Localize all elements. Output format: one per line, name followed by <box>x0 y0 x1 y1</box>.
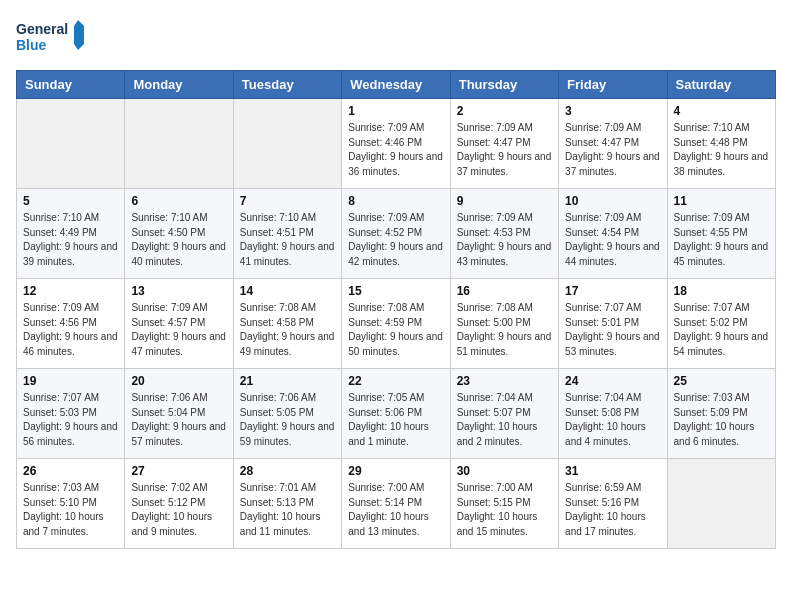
day-info: Sunrise: 7:08 AM Sunset: 4:58 PM Dayligh… <box>240 301 335 359</box>
day-number: 2 <box>457 104 552 118</box>
calendar-cell: 17Sunrise: 7:07 AM Sunset: 5:01 PM Dayli… <box>559 279 667 369</box>
day-info: Sunrise: 7:10 AM Sunset: 4:50 PM Dayligh… <box>131 211 226 269</box>
day-number: 26 <box>23 464 118 478</box>
calendar-cell: 18Sunrise: 7:07 AM Sunset: 5:02 PM Dayli… <box>667 279 775 369</box>
day-info: Sunrise: 7:06 AM Sunset: 5:04 PM Dayligh… <box>131 391 226 449</box>
day-number: 18 <box>674 284 769 298</box>
calendar-cell: 19Sunrise: 7:07 AM Sunset: 5:03 PM Dayli… <box>17 369 125 459</box>
calendar-cell: 5Sunrise: 7:10 AM Sunset: 4:49 PM Daylig… <box>17 189 125 279</box>
logo-svg: General Blue <box>16 16 86 58</box>
day-number: 11 <box>674 194 769 208</box>
day-info: Sunrise: 7:05 AM Sunset: 5:06 PM Dayligh… <box>348 391 443 449</box>
calendar-cell: 7Sunrise: 7:10 AM Sunset: 4:51 PM Daylig… <box>233 189 341 279</box>
day-number: 7 <box>240 194 335 208</box>
day-number: 4 <box>674 104 769 118</box>
day-number: 19 <box>23 374 118 388</box>
day-number: 12 <box>23 284 118 298</box>
weekday-header-monday: Monday <box>125 71 233 99</box>
calendar-cell: 28Sunrise: 7:01 AM Sunset: 5:13 PM Dayli… <box>233 459 341 549</box>
day-info: Sunrise: 7:02 AM Sunset: 5:12 PM Dayligh… <box>131 481 226 539</box>
day-info: Sunrise: 7:04 AM Sunset: 5:08 PM Dayligh… <box>565 391 660 449</box>
week-row-3: 12Sunrise: 7:09 AM Sunset: 4:56 PM Dayli… <box>17 279 776 369</box>
day-number: 9 <box>457 194 552 208</box>
day-number: 15 <box>348 284 443 298</box>
day-number: 13 <box>131 284 226 298</box>
calendar-cell: 12Sunrise: 7:09 AM Sunset: 4:56 PM Dayli… <box>17 279 125 369</box>
week-row-4: 19Sunrise: 7:07 AM Sunset: 5:03 PM Dayli… <box>17 369 776 459</box>
calendar-cell: 16Sunrise: 7:08 AM Sunset: 5:00 PM Dayli… <box>450 279 558 369</box>
day-number: 30 <box>457 464 552 478</box>
calendar-cell: 14Sunrise: 7:08 AM Sunset: 4:58 PM Dayli… <box>233 279 341 369</box>
weekday-header-saturday: Saturday <box>667 71 775 99</box>
weekday-header-friday: Friday <box>559 71 667 99</box>
calendar-cell: 29Sunrise: 7:00 AM Sunset: 5:14 PM Dayli… <box>342 459 450 549</box>
day-info: Sunrise: 7:09 AM Sunset: 4:54 PM Dayligh… <box>565 211 660 269</box>
calendar-cell: 25Sunrise: 7:03 AM Sunset: 5:09 PM Dayli… <box>667 369 775 459</box>
day-number: 31 <box>565 464 660 478</box>
calendar-cell <box>667 459 775 549</box>
day-info: Sunrise: 7:10 AM Sunset: 4:48 PM Dayligh… <box>674 121 769 179</box>
day-info: Sunrise: 7:07 AM Sunset: 5:01 PM Dayligh… <box>565 301 660 359</box>
day-info: Sunrise: 7:09 AM Sunset: 4:56 PM Dayligh… <box>23 301 118 359</box>
day-info: Sunrise: 7:07 AM Sunset: 5:02 PM Dayligh… <box>674 301 769 359</box>
week-row-2: 5Sunrise: 7:10 AM Sunset: 4:49 PM Daylig… <box>17 189 776 279</box>
day-info: Sunrise: 7:09 AM Sunset: 4:47 PM Dayligh… <box>457 121 552 179</box>
calendar-cell: 21Sunrise: 7:06 AM Sunset: 5:05 PM Dayli… <box>233 369 341 459</box>
day-number: 29 <box>348 464 443 478</box>
day-info: Sunrise: 7:04 AM Sunset: 5:07 PM Dayligh… <box>457 391 552 449</box>
weekday-header-tuesday: Tuesday <box>233 71 341 99</box>
day-number: 3 <box>565 104 660 118</box>
calendar-cell <box>233 99 341 189</box>
day-info: Sunrise: 7:00 AM Sunset: 5:15 PM Dayligh… <box>457 481 552 539</box>
calendar-cell: 4Sunrise: 7:10 AM Sunset: 4:48 PM Daylig… <box>667 99 775 189</box>
week-row-1: 1Sunrise: 7:09 AM Sunset: 4:46 PM Daylig… <box>17 99 776 189</box>
week-row-5: 26Sunrise: 7:03 AM Sunset: 5:10 PM Dayli… <box>17 459 776 549</box>
calendar-cell: 15Sunrise: 7:08 AM Sunset: 4:59 PM Dayli… <box>342 279 450 369</box>
day-info: Sunrise: 7:09 AM Sunset: 4:52 PM Dayligh… <box>348 211 443 269</box>
day-info: Sunrise: 7:01 AM Sunset: 5:13 PM Dayligh… <box>240 481 335 539</box>
day-number: 17 <box>565 284 660 298</box>
day-number: 22 <box>348 374 443 388</box>
page-header: General Blue <box>16 16 776 58</box>
day-number: 24 <box>565 374 660 388</box>
day-number: 1 <box>348 104 443 118</box>
calendar-cell: 10Sunrise: 7:09 AM Sunset: 4:54 PM Dayli… <box>559 189 667 279</box>
calendar-cell: 3Sunrise: 7:09 AM Sunset: 4:47 PM Daylig… <box>559 99 667 189</box>
day-info: Sunrise: 7:08 AM Sunset: 4:59 PM Dayligh… <box>348 301 443 359</box>
day-info: Sunrise: 7:09 AM Sunset: 4:53 PM Dayligh… <box>457 211 552 269</box>
day-info: Sunrise: 7:09 AM Sunset: 4:55 PM Dayligh… <box>674 211 769 269</box>
day-info: Sunrise: 7:09 AM Sunset: 4:46 PM Dayligh… <box>348 121 443 179</box>
day-number: 14 <box>240 284 335 298</box>
calendar-cell: 13Sunrise: 7:09 AM Sunset: 4:57 PM Dayli… <box>125 279 233 369</box>
calendar-cell: 26Sunrise: 7:03 AM Sunset: 5:10 PM Dayli… <box>17 459 125 549</box>
svg-text:Blue: Blue <box>16 37 47 53</box>
calendar-cell: 24Sunrise: 7:04 AM Sunset: 5:08 PM Dayli… <box>559 369 667 459</box>
day-info: Sunrise: 6:59 AM Sunset: 5:16 PM Dayligh… <box>565 481 660 539</box>
day-number: 6 <box>131 194 226 208</box>
day-number: 5 <box>23 194 118 208</box>
day-info: Sunrise: 7:09 AM Sunset: 4:57 PM Dayligh… <box>131 301 226 359</box>
day-number: 21 <box>240 374 335 388</box>
weekday-header-wednesday: Wednesday <box>342 71 450 99</box>
calendar-cell <box>17 99 125 189</box>
day-number: 27 <box>131 464 226 478</box>
day-info: Sunrise: 7:00 AM Sunset: 5:14 PM Dayligh… <box>348 481 443 539</box>
calendar-cell: 23Sunrise: 7:04 AM Sunset: 5:07 PM Dayli… <box>450 369 558 459</box>
day-number: 28 <box>240 464 335 478</box>
svg-marker-2 <box>74 20 86 50</box>
day-info: Sunrise: 7:03 AM Sunset: 5:09 PM Dayligh… <box>674 391 769 449</box>
calendar-table: SundayMondayTuesdayWednesdayThursdayFrid… <box>16 70 776 549</box>
day-info: Sunrise: 7:10 AM Sunset: 4:49 PM Dayligh… <box>23 211 118 269</box>
day-number: 20 <box>131 374 226 388</box>
weekday-header-thursday: Thursday <box>450 71 558 99</box>
calendar-cell: 11Sunrise: 7:09 AM Sunset: 4:55 PM Dayli… <box>667 189 775 279</box>
logo: General Blue <box>16 16 86 58</box>
day-info: Sunrise: 7:03 AM Sunset: 5:10 PM Dayligh… <box>23 481 118 539</box>
weekday-header-row: SundayMondayTuesdayWednesdayThursdayFrid… <box>17 71 776 99</box>
calendar-cell: 6Sunrise: 7:10 AM Sunset: 4:50 PM Daylig… <box>125 189 233 279</box>
calendar-cell: 9Sunrise: 7:09 AM Sunset: 4:53 PM Daylig… <box>450 189 558 279</box>
day-number: 25 <box>674 374 769 388</box>
day-info: Sunrise: 7:06 AM Sunset: 5:05 PM Dayligh… <box>240 391 335 449</box>
svg-text:General: General <box>16 21 68 37</box>
day-info: Sunrise: 7:08 AM Sunset: 5:00 PM Dayligh… <box>457 301 552 359</box>
